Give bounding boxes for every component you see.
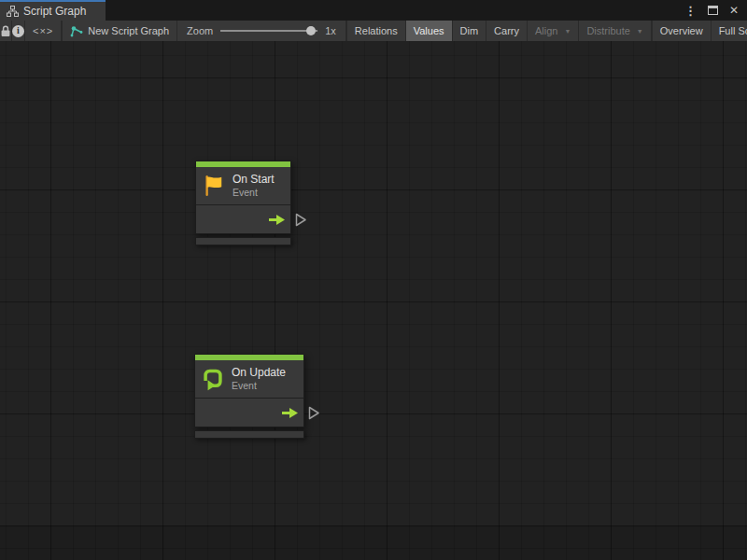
lock-icon xyxy=(0,25,11,37)
node-title: On Start xyxy=(233,173,275,187)
relations-toggle[interactable]: Relations xyxy=(347,21,405,41)
distribute-label: Distribute xyxy=(586,25,629,36)
loop-icon xyxy=(201,367,225,391)
tab-bar: Script Graph ⋮ ✕ xyxy=(0,0,747,21)
inspect-button[interactable]: i xyxy=(12,21,24,41)
tab-label: Script Graph xyxy=(23,5,86,18)
graph-node-icon xyxy=(70,25,83,37)
zoom-control: Zoom 1x xyxy=(177,21,345,41)
window-controls: ⋮ ✕ xyxy=(684,0,747,21)
node-body: On Start Event xyxy=(195,161,291,234)
dim-toggle[interactable]: Dim xyxy=(453,21,486,41)
relations-label: Relations xyxy=(355,25,398,36)
tabbar-spacer xyxy=(106,0,684,21)
distribute-dropdown[interactable]: Distribute ▼ xyxy=(579,21,650,41)
flow-arrow-icon xyxy=(269,215,285,225)
flag-icon xyxy=(202,174,226,198)
node-texts: On Start Event xyxy=(233,173,275,199)
align-dropdown[interactable]: Align ▼ xyxy=(528,21,578,41)
zoom-slider-handle[interactable] xyxy=(306,26,316,35)
tab-script-graph[interactable]: Script Graph xyxy=(0,0,106,21)
align-label: Align xyxy=(535,25,557,36)
node-body: On Update Event xyxy=(194,354,304,427)
window-menu-icon[interactable]: ⋮ xyxy=(684,5,697,17)
lock-button[interactable] xyxy=(0,21,11,41)
carry-toggle[interactable]: Carry xyxy=(486,21,527,41)
zoom-slider-track xyxy=(220,30,317,32)
node-port-row xyxy=(195,399,303,427)
node-footer xyxy=(195,237,291,245)
chevron-down-icon: ▼ xyxy=(637,28,643,35)
node-on-start[interactable]: On Start Event xyxy=(195,161,291,245)
close-icon[interactable]: ✕ xyxy=(729,5,739,16)
node-title: On Update xyxy=(232,366,286,380)
new-script-graph-button[interactable]: New Script Graph xyxy=(63,21,176,41)
overview-button[interactable]: Overview xyxy=(653,21,711,41)
node-on-update[interactable]: On Update Event xyxy=(194,354,304,439)
fullscreen-button[interactable]: Full Screen xyxy=(712,21,747,41)
new-script-graph-label: New Script Graph xyxy=(88,25,169,36)
fullscreen-label: Full Screen xyxy=(719,25,747,36)
carry-label: Carry xyxy=(494,25,519,36)
node-subtitle: Event xyxy=(233,187,275,199)
node-footer xyxy=(194,430,304,439)
values-toggle[interactable]: Values xyxy=(406,21,452,41)
zoom-value: 1x xyxy=(325,25,336,36)
output-port[interactable] xyxy=(308,406,320,420)
flow-arrow-icon xyxy=(282,408,298,418)
output-port[interactable] xyxy=(295,213,307,227)
graph-toolbar: i <×> New Script Graph Zoom 1x Relations… xyxy=(0,21,747,41)
canvas-boundary-shade xyxy=(0,525,747,560)
overview-label: Overview xyxy=(660,25,703,36)
dim-label: Dim xyxy=(460,25,479,36)
chevron-down-icon: ▼ xyxy=(564,28,571,35)
node-texts: On Update Event xyxy=(232,366,286,392)
maximize-icon[interactable] xyxy=(708,6,718,15)
info-icon: i xyxy=(12,25,24,37)
zoom-slider[interactable] xyxy=(220,24,317,37)
graph-hierarchy-icon xyxy=(7,6,19,17)
code-icon: <×> xyxy=(33,25,53,36)
node-subtitle: Event xyxy=(232,380,286,392)
values-label: Values xyxy=(414,25,444,36)
code-preview-button[interactable]: <×> xyxy=(25,21,61,41)
node-port-row xyxy=(196,205,290,233)
zoom-label: Zoom xyxy=(187,25,213,36)
graph-canvas[interactable]: On Start Event xyxy=(0,41,747,560)
node-title-section: On Update Event xyxy=(195,360,303,399)
node-title-section: On Start Event xyxy=(196,167,290,205)
